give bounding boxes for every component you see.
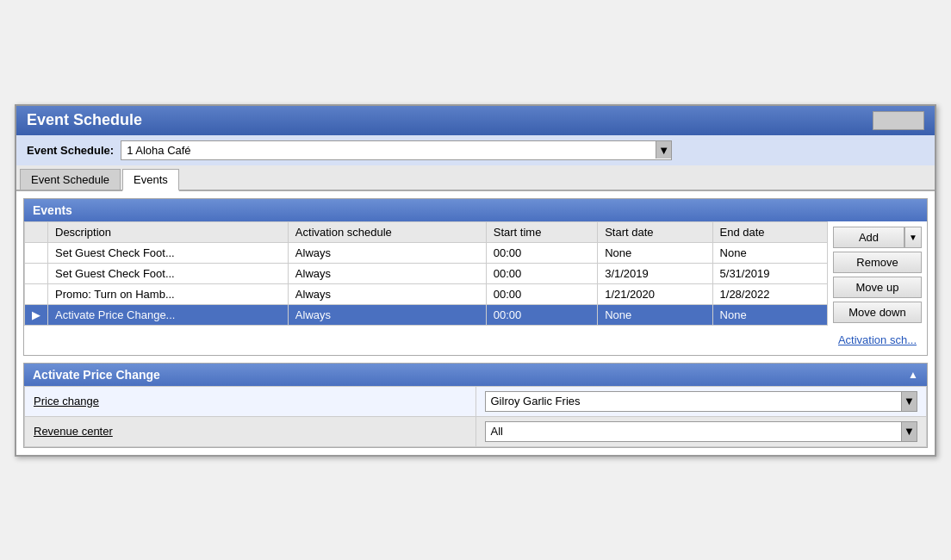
table-row[interactable]: Set Guest Check Foot... Always 00:00 3/1… (25, 263, 828, 283)
detail-row: Revenue center All ▼ (25, 416, 927, 446)
remove-button[interactable]: Remove (833, 252, 922, 273)
detail-section-header: Activate Price Change ▲ (24, 364, 927, 386)
row-end-date: None (712, 242, 827, 263)
row-start-date: 3/1/2019 (598, 263, 712, 283)
add-dropdown-arrow-icon[interactable]: ▼ (904, 227, 922, 248)
row-indicator: ▶ (25, 304, 48, 325)
row-end-date: 5/31/2019 (712, 263, 827, 283)
tab-event-schedule[interactable]: Event Schedule (20, 169, 121, 190)
row-indicator (25, 263, 48, 283)
row-indicator (25, 242, 48, 263)
row-indicator (25, 283, 48, 304)
detail-row: Price change Gilroy Garlic Fries ▼ (25, 386, 927, 416)
row-start-date: 1/21/2020 (598, 283, 712, 304)
move-down-button[interactable]: Move down (833, 302, 922, 323)
row-start-time: 00:00 (486, 263, 597, 283)
row-start-date: None (598, 242, 712, 263)
row-activation: Always (288, 304, 486, 325)
tab-events[interactable]: Events (122, 169, 179, 191)
events-table-wrapper: Description Activation schedule Start ti… (24, 221, 828, 355)
detail-table: Price change Gilroy Garlic Fries ▼ Reven… (24, 386, 927, 447)
row-start-time: 00:00 (486, 283, 597, 304)
window-controls[interactable] (873, 111, 924, 130)
row-description: Activate Price Change... (48, 304, 289, 325)
move-up-button[interactable]: Move up (833, 277, 922, 298)
col-description: Description (48, 221, 289, 242)
revenue-center-arrow-icon[interactable]: ▼ (901, 422, 917, 441)
event-schedule-arrow-icon[interactable]: ▼ (656, 141, 671, 159)
add-button[interactable]: Add (833, 227, 904, 248)
events-buttons: Add ▼ Remove Move up Move down Activatio… (828, 221, 927, 355)
row-end-date: None (712, 304, 827, 325)
table-row-selected[interactable]: ▶ Activate Price Change... Always 00:00 … (25, 304, 828, 325)
events-table: Description Activation schedule Start ti… (24, 221, 828, 326)
row-start-date: None (598, 304, 712, 325)
detail-value-price-change: Gilroy Garlic Fries ▼ (476, 386, 927, 416)
tabs-row: Event Schedule Events (16, 165, 935, 191)
row-activation: Always (288, 263, 486, 283)
event-schedule-value: 1 Aloha Café (127, 144, 652, 157)
main-window: Event Schedule Event Schedule: 1 Aloha C… (15, 104, 936, 457)
event-schedule-label: Event Schedule: (27, 144, 114, 157)
detail-label-revenue-center[interactable]: Revenue center (25, 416, 476, 446)
revenue-center-dropdown[interactable]: All ▼ (485, 421, 918, 442)
col-start-date: Start date (598, 221, 712, 242)
detail-value-revenue-center: All ▼ (476, 416, 927, 446)
row-start-time: 00:00 (486, 242, 597, 263)
titlebar: Event Schedule (16, 106, 935, 135)
collapse-icon[interactable]: ▲ (908, 369, 918, 381)
event-schedule-dropdown[interactable]: 1 Aloha Café ▼ (121, 140, 672, 160)
detail-label-price-change[interactable]: Price change (25, 386, 476, 416)
col-activation: Activation schedule (288, 221, 486, 242)
detail-section-title: Activate Price Change (33, 368, 160, 382)
main-content: Events Description Activation schedule S… (16, 191, 935, 455)
table-row[interactable]: Set Guest Check Foot... Always 00:00 Non… (25, 242, 828, 263)
add-row: Add ▼ (833, 227, 922, 248)
col-indicator (25, 221, 48, 242)
events-section-header: Events (24, 199, 927, 221)
events-section: Events Description Activation schedule S… (23, 198, 928, 356)
table-row[interactable]: Promo: Turn on Hamb... Always 00:00 1/21… (25, 283, 828, 304)
row-description: Promo: Turn on Hamb... (48, 283, 289, 304)
row-activation: Always (288, 283, 486, 304)
price-change-dropdown[interactable]: Gilroy Garlic Fries ▼ (485, 391, 918, 412)
row-activation: Always (288, 242, 486, 263)
activation-schedule-link[interactable]: Activation sch... (833, 330, 922, 350)
row-description: Set Guest Check Foot... (48, 242, 289, 263)
row-end-date: 1/28/2022 (712, 283, 827, 304)
price-change-arrow-icon[interactable]: ▼ (901, 392, 917, 411)
row-description: Set Guest Check Foot... (48, 263, 289, 283)
event-schedule-row: Event Schedule: 1 Aloha Café ▼ (16, 135, 935, 165)
events-content: Description Activation schedule Start ti… (24, 221, 927, 355)
detail-section: Activate Price Change ▲ Price change Gil… (23, 363, 928, 448)
row-start-time: 00:00 (486, 304, 597, 325)
col-start-time: Start time (486, 221, 597, 242)
col-end-date: End date (712, 221, 827, 242)
window-title: Event Schedule (27, 111, 142, 129)
